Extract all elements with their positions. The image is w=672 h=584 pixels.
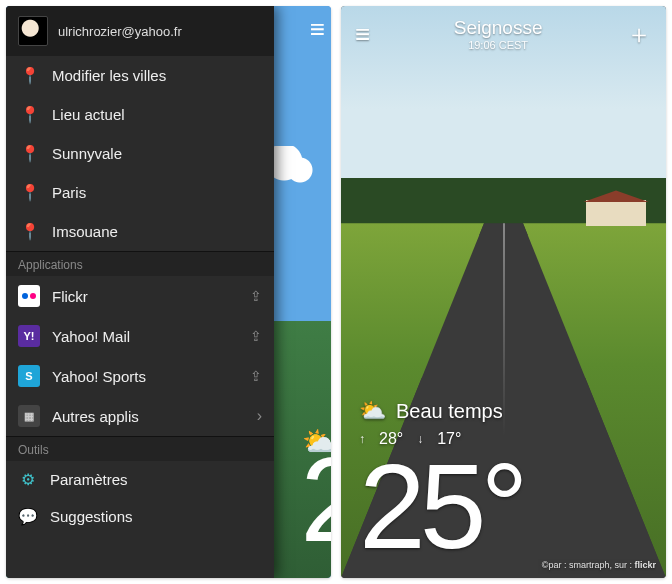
tool-suggestions[interactable]: 💬 Suggestions xyxy=(6,498,274,535)
hamburger-icon[interactable]: ≡ xyxy=(355,19,370,50)
arrow-down-icon: ↓ xyxy=(417,432,423,446)
pin-icon: 📍 xyxy=(20,222,40,241)
location-label: Imsouane xyxy=(52,223,118,240)
gear-icon: ⚙ xyxy=(18,470,38,489)
apps-section-header: Applications xyxy=(6,251,274,276)
download-icon: ⇪ xyxy=(250,368,262,384)
navigation-drawer: ulrichrozier@yahoo.fr 📍 Modifier les vil… xyxy=(6,6,274,578)
app-yahoo-sports[interactable]: S Yahoo! Sports ⇪ xyxy=(6,356,274,396)
chat-icon: 💬 xyxy=(18,507,38,526)
phone-left: ≡ ⛅ 2 ulrichrozier@yahoo.fr 📍 Modifier l… xyxy=(6,6,331,578)
house xyxy=(586,200,646,226)
credit-author: smartraph xyxy=(569,560,610,570)
location-item-sunnyvale[interactable]: 📍 Sunnyvale xyxy=(6,134,274,173)
sun-cloud-icon: ⛅ xyxy=(359,398,386,424)
app-label: Autres applis xyxy=(52,408,139,425)
yahoo-mail-icon: Y! xyxy=(18,325,40,347)
tool-label: Suggestions xyxy=(50,508,133,525)
arrow-up-icon: ↑ xyxy=(359,432,365,446)
credit-mid: , sur : xyxy=(609,560,634,570)
app-label: Yahoo! Mail xyxy=(52,328,130,345)
yahoo-sports-icon: S xyxy=(18,365,40,387)
location-header[interactable]: Seignosse 19:06 CEST xyxy=(454,17,543,51)
location-item-paris[interactable]: 📍 Paris xyxy=(6,173,274,212)
app-label: Flickr xyxy=(52,288,88,305)
location-name: Seignosse xyxy=(454,17,543,39)
weather-block: ⛅ Beau temps ↑ 28° ↓ 17° 25° xyxy=(359,398,522,560)
app-label: Yahoo! Sports xyxy=(52,368,146,385)
tools-section-header: Outils xyxy=(6,436,274,461)
location-label: Paris xyxy=(52,184,86,201)
location-item-current[interactable]: 📍 Lieu actuel xyxy=(6,95,274,134)
pin-icon: 📍 xyxy=(20,183,40,202)
top-bar: ≡ Seignosse 19:06 CEST ＋ xyxy=(341,6,666,62)
edit-locations[interactable]: 📍 Modifier les villes xyxy=(6,56,274,95)
pin-icon: 📍 xyxy=(20,66,40,85)
app-flickr[interactable]: Flickr ⇪ xyxy=(6,276,274,316)
location-label: Lieu actuel xyxy=(52,106,125,123)
flickr-icon xyxy=(18,285,40,307)
peek-temperature: 2 xyxy=(300,430,331,568)
download-icon: ⇪ xyxy=(250,288,262,304)
condition-text: Beau temps xyxy=(396,400,503,423)
tool-label: Paramètres xyxy=(50,471,128,488)
avatar xyxy=(18,16,48,46)
chevron-right-icon: › xyxy=(257,407,262,425)
user-row[interactable]: ulrichrozier@yahoo.fr xyxy=(6,6,274,56)
download-icon: ⇪ xyxy=(250,328,262,344)
credit-prefix: ©par : xyxy=(542,560,569,570)
pin-icon: 📍 xyxy=(20,105,40,124)
tool-settings[interactable]: ⚙ Paramètres xyxy=(6,461,274,498)
flickr-logo-text: flickr xyxy=(634,560,656,570)
phone-right: ≡ Seignosse 19:06 CEST ＋ ⛅ Beau temps ↑ … xyxy=(341,6,666,578)
location-item-imsouane[interactable]: 📍 Imsouane xyxy=(6,212,274,251)
condition-row: ⛅ Beau temps xyxy=(359,398,522,424)
location-time: 19:06 CEST xyxy=(454,39,543,51)
grid-icon: ▦ xyxy=(18,405,40,427)
location-label: Sunnyvale xyxy=(52,145,122,162)
pin-icon: 📍 xyxy=(20,144,40,163)
app-yahoo-mail[interactable]: Y! Yahoo! Mail ⇪ xyxy=(6,316,274,356)
user-email: ulrichrozier@yahoo.fr xyxy=(58,24,182,39)
app-more-apps[interactable]: ▦ Autres applis › xyxy=(6,396,274,436)
hamburger-peek-icon[interactable]: ≡ xyxy=(310,14,325,45)
add-location-icon[interactable]: ＋ xyxy=(626,17,652,52)
current-temp: 25° xyxy=(359,452,522,560)
photo-credit[interactable]: ©par : smartraph, sur : flickr xyxy=(542,560,656,570)
edit-locations-label: Modifier les villes xyxy=(52,67,166,84)
